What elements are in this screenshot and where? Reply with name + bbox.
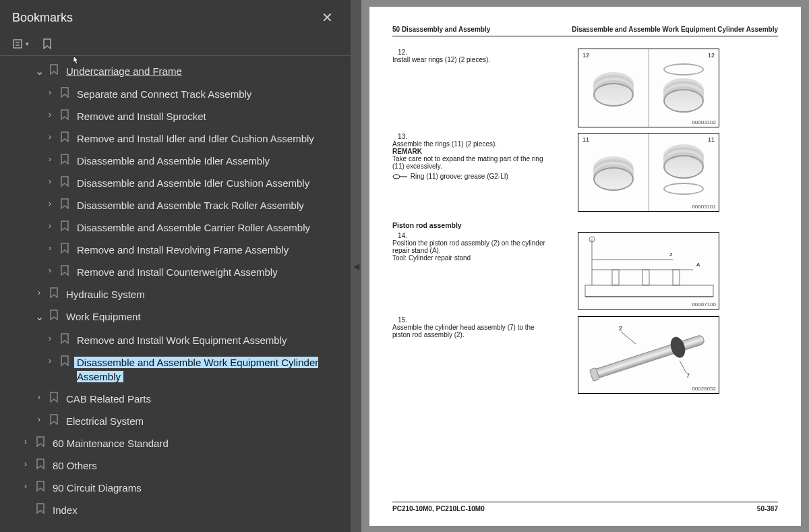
outline-options-icon[interactable]: ▾ (12, 38, 29, 50)
remark-text: Take care not to expand the mating part … (392, 155, 543, 170)
bookmark-item[interactable]: ›80 Others (0, 454, 351, 477)
bookmark-item[interactable]: ›60 Maintenance Standard (0, 432, 351, 454)
bookmark-item[interactable]: ›Disassemble and Assemble Track Roller A… (0, 194, 351, 216)
chevron-icon[interactable]: › (44, 243, 55, 254)
bookmark-item[interactable]: Index (0, 499, 351, 521)
bookmark-item[interactable]: ›Separate and Connect Track Assembly (0, 83, 351, 105)
sidebar-divider[interactable]: ◀ (351, 0, 361, 532)
bookmark-label: Remove and Install Idler and Idler Cushi… (77, 131, 351, 146)
step-13: 13. Assemble the rings (11) (2 pieces). … (392, 133, 778, 212)
svg-text:A: A (696, 262, 700, 268)
chevron-icon[interactable]: › (44, 176, 55, 187)
chevron-icon[interactable]: › (20, 459, 31, 470)
bookmark-item[interactable]: ›90 Circuit Diagrams (0, 477, 351, 499)
bookmark-item[interactable]: ›Disassemble and Assemble Idler Cushion … (0, 172, 351, 194)
chevron-icon[interactable]: › (44, 109, 55, 121)
bookmark-label: Disassemble and Assemble Idler Cushion A… (77, 176, 351, 190)
bookmark-label: Remove and Install Sprocket (77, 109, 351, 123)
bookmark-item[interactable]: ⌄Work Equipment (0, 305, 351, 328)
bookmark-icon (59, 131, 70, 142)
svg-rect-6 (612, 270, 619, 285)
figure-code: 00028652 (692, 386, 716, 392)
chevron-icon[interactable]: › (20, 436, 31, 448)
collapse-triangle-icon[interactable]: ◀ (353, 262, 359, 271)
figure-code: 00003101 (692, 204, 716, 210)
bookmark-item[interactable]: ›Electrical System (0, 410, 351, 432)
bookmark-icon (49, 287, 59, 298)
bookmark-label: Separate and Connect Track Assembly (77, 87, 351, 101)
bookmark-icon (59, 355, 70, 366)
chevron-icon[interactable]: › (44, 87, 55, 98)
chevron-icon[interactable]: ⌄ (34, 309, 44, 324)
bookmark-tree[interactable]: ⌄Undercarriage and Frame›Separate and Co… (0, 56, 351, 532)
chevron-icon[interactable]: › (44, 154, 55, 165)
svg-rect-5 (585, 285, 713, 297)
chevron-icon[interactable]: › (44, 198, 55, 210)
bookmark-label: Disassemble and Assemble Carrier Roller … (77, 220, 351, 235)
bookmark-icon (35, 436, 46, 447)
bookmarks-sidebar: Bookmarks ✕ ▾ ⌄Undercarriage and Frame›S… (0, 0, 351, 532)
chevron-icon[interactable]: › (44, 355, 55, 367)
bookmark-item[interactable]: ›Disassemble and Assemble Work Equipment… (0, 351, 351, 388)
bookmark-item[interactable]: ›Remove and Install Revolving Frame Asse… (0, 239, 351, 261)
bookmark-item[interactable]: ›Remove and Install Idler and Idler Cush… (0, 127, 351, 150)
chevron-icon[interactable]: › (20, 481, 31, 492)
bookmark-icon (59, 87, 70, 98)
bookmark-icon (35, 459, 46, 469)
bookmark-item[interactable]: ⌄Undercarriage and Frame (0, 60, 351, 83)
bookmark-label: Electrical System (66, 414, 351, 428)
figure-13: 11 11 00003101 (578, 133, 719, 212)
figure-code: 00007100 (692, 301, 716, 307)
document-viewport[interactable]: 50 Disassembly and Assembly Disassemble … (361, 0, 809, 532)
bookmark-label: Disassemble and Assemble Track Roller As… (77, 198, 351, 212)
bookmark-item[interactable]: ›Disassemble and Assemble Carrier Roller… (0, 216, 351, 239)
bookmark-label: Disassemble and Assemble Idler Assembly (77, 154, 351, 168)
figure-code: 00003102 (692, 119, 716, 125)
chevron-icon[interactable]: › (34, 414, 44, 425)
figure-14: A 2 00007100 (578, 232, 719, 309)
document-page: 50 Disassembly and Assembly Disassemble … (369, 7, 801, 526)
svg-rect-7 (642, 270, 649, 285)
chevron-icon[interactable]: › (44, 220, 55, 232)
bookmark-item[interactable]: ›Remove and Install Counterweight Assemb… (0, 261, 351, 283)
bookmark-icon (49, 414, 59, 425)
chevron-icon[interactable]: ⌄ (34, 64, 44, 79)
step-number: 15. (392, 316, 407, 324)
bookmark-icon (59, 265, 70, 276)
chevron-icon[interactable]: › (34, 392, 44, 403)
remark-label: REMARK (392, 148, 422, 155)
bookmark-icon (59, 333, 70, 344)
bookmark-label: Remove and Install Work Equipment Assemb… (77, 333, 351, 347)
bookmark-item[interactable]: ›Hydraulic System (0, 283, 351, 305)
chevron-icon[interactable]: › (44, 333, 55, 345)
bookmark-label: CAB Related Parts (66, 392, 351, 406)
bookmark-item[interactable]: ›Remove and Install Sprocket (0, 105, 351, 127)
bookmark-item[interactable]: ›Remove and Install Work Equipment Assem… (0, 329, 351, 351)
step-number: 13. (392, 133, 407, 140)
chevron-icon[interactable]: › (44, 131, 55, 143)
bookmark-icon (35, 481, 46, 492)
step-14: 14. Position the piston rod assembly (2)… (392, 232, 778, 309)
header-right: Disassemble and Assemble Work Equipment … (572, 26, 778, 33)
svg-text:7: 7 (686, 372, 690, 379)
close-icon[interactable]: ✕ (316, 7, 338, 28)
chevron-icon[interactable]: › (34, 287, 44, 299)
bookmark-item[interactable]: ›CAB Related Parts (0, 388, 351, 410)
svg-point-16 (668, 335, 688, 360)
bookmark-item[interactable]: ›Disassemble and Assemble Idler Assembly (0, 150, 351, 172)
bookmark-label: 60 Maintenance Standard (53, 436, 351, 450)
chevron-icon[interactable]: › (44, 265, 55, 276)
step-15: 15. Assemble the cylinder head assembly … (392, 316, 778, 394)
footer-right: 50-387 (757, 505, 778, 512)
bookmark-icon (59, 220, 70, 231)
footer-left: PC210-10M0, PC210LC-10M0 (392, 505, 485, 512)
svg-rect-8 (673, 270, 680, 285)
svg-line-19 (621, 332, 636, 344)
bookmark-ribbon-icon[interactable] (41, 38, 53, 50)
page-footer: PC210-10M0, PC210LC-10M0 50-387 (392, 502, 778, 512)
bookmark-label: Undercarriage and Frame (66, 64, 351, 78)
tool-note: Tool: Cylinder repair stand (392, 254, 471, 262)
bookmark-label: Work Equipment (66, 309, 351, 324)
figure-12: 12 12 00003102 (578, 49, 719, 127)
step-text: Assemble the rings (11) (2 pieces). (392, 140, 497, 148)
